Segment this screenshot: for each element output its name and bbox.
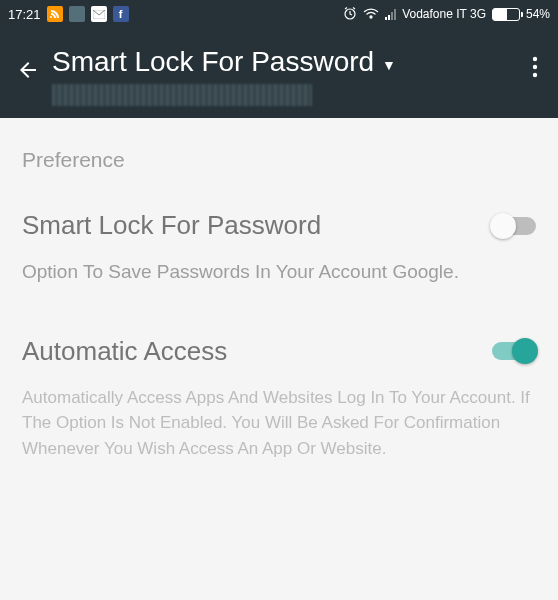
mail-icon [91, 6, 107, 22]
facebook-icon: f [113, 6, 129, 22]
back-button[interactable] [12, 50, 52, 88]
wifi-icon [363, 7, 379, 22]
title-dropdown[interactable]: Smart Lock For Password ▼ [52, 46, 524, 78]
svg-point-4 [533, 73, 537, 77]
app-bar: Smart Lock For Password ▼ [0, 28, 558, 118]
setting-smart-lock[interactable]: Smart Lock For Password [22, 210, 536, 241]
content-area: Preference Smart Lock For Password Optio… [0, 118, 558, 491]
status-bar: 17:21 f Vodafone IT 3G 54% [0, 0, 558, 28]
clock: 17:21 [8, 7, 41, 22]
page-title: Smart Lock For Password [52, 46, 374, 78]
signal-icon [385, 8, 396, 20]
alarm-icon [343, 6, 357, 23]
rss-icon [47, 6, 63, 22]
svg-point-3 [533, 65, 537, 69]
battery-percent: 54% [526, 7, 550, 21]
carrier-label: Vodafone IT 3G [402, 7, 486, 21]
battery-icon [492, 8, 520, 21]
setting-title: Smart Lock For Password [22, 210, 321, 241]
section-header: Preference [22, 148, 536, 172]
chevron-down-icon: ▼ [382, 57, 396, 73]
account-label-redacted [52, 84, 312, 106]
toggle-knob [490, 213, 516, 239]
notification-icon [69, 6, 85, 22]
overflow-menu-button[interactable] [524, 46, 546, 83]
toggle-knob [512, 338, 538, 364]
setting-description: Option To Save Passwords In Your Account… [22, 259, 536, 286]
svg-point-2 [533, 57, 537, 61]
setting-description: Automatically Access Apps And Websites L… [22, 385, 536, 462]
toggle-automatic-access[interactable] [492, 342, 536, 360]
setting-automatic-access[interactable]: Automatic Access [22, 336, 536, 367]
toggle-smart-lock[interactable] [492, 217, 536, 235]
setting-title: Automatic Access [22, 336, 227, 367]
